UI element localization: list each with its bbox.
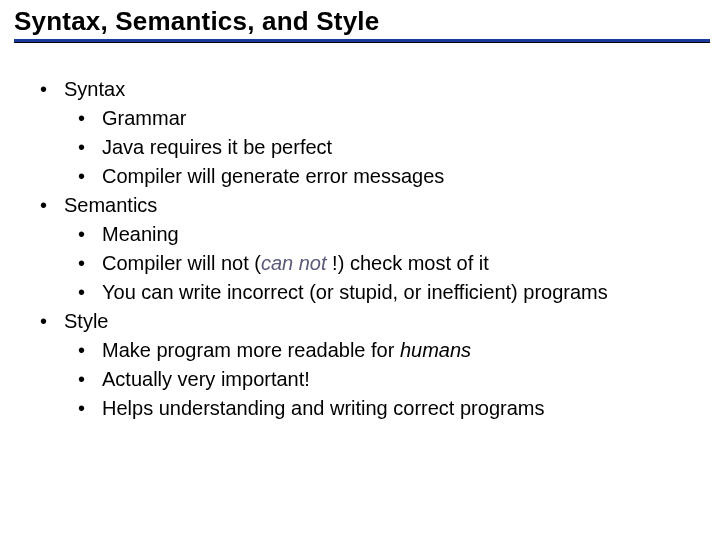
item-label-suffix: !) check most of it [332, 252, 489, 274]
list-item: Make program more readable for humans [74, 336, 684, 365]
item-label: Helps understanding and writing correct … [102, 397, 544, 419]
item-label: Actually very important! [102, 368, 310, 390]
item-label-emph: humans [400, 339, 471, 361]
list-item: Style Make program more readable for hum… [36, 307, 684, 423]
list-item: You can write incorrect (or stupid, or i… [74, 278, 684, 307]
list-item: Grammar [74, 104, 684, 133]
item-label: Style [64, 310, 108, 332]
item-label: Grammar [102, 107, 186, 129]
sublist: Grammar Java requires it be perfect Comp… [64, 104, 684, 191]
item-label: You can write incorrect (or stupid, or i… [102, 281, 608, 303]
item-label-prefix: Compiler will not ( [102, 252, 261, 274]
title-underline [14, 39, 710, 43]
slide: Syntax, Semantics, and Style Syntax Gram… [0, 0, 720, 540]
item-label: Syntax [64, 78, 125, 100]
item-label-prefix: Make program more readable for [102, 339, 400, 361]
sublist: Meaning Compiler will not (can not !) ch… [64, 220, 684, 307]
bullet-list: Syntax Grammar Java requires it be perfe… [36, 75, 684, 423]
list-item: Syntax Grammar Java requires it be perfe… [36, 75, 684, 191]
item-label: Java requires it be perfect [102, 136, 332, 158]
list-item: Java requires it be perfect [74, 133, 684, 162]
list-item: Actually very important! [74, 365, 684, 394]
slide-body: Syntax Grammar Java requires it be perfe… [0, 47, 720, 423]
title-block: Syntax, Semantics, and Style [0, 0, 720, 47]
sublist: Make program more readable for humans Ac… [64, 336, 684, 423]
slide-title: Syntax, Semantics, and Style [14, 6, 710, 37]
list-item: Helps understanding and writing correct … [74, 394, 684, 423]
list-item: Meaning [74, 220, 684, 249]
list-item: Compiler will generate error messages [74, 162, 684, 191]
item-label: Compiler will generate error messages [102, 165, 444, 187]
item-label-emph: can not [261, 252, 332, 274]
item-label: Semantics [64, 194, 157, 216]
list-item: Semantics Meaning Compiler will not (can… [36, 191, 684, 307]
list-item: Compiler will not (can not !) check most… [74, 249, 684, 278]
item-label: Meaning [102, 223, 179, 245]
